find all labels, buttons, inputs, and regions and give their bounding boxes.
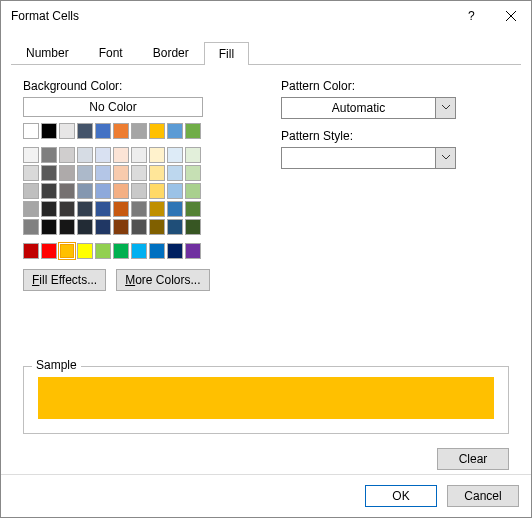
tabstrip: Number Font Border Fill [11,41,521,65]
color-swatch[interactable] [41,183,57,199]
color-swatch[interactable] [77,243,93,259]
tab-number[interactable]: Number [11,41,84,64]
color-swatch[interactable] [77,123,93,139]
color-swatch[interactable] [131,123,147,139]
color-swatch[interactable] [149,147,165,163]
color-swatch[interactable] [23,243,39,259]
color-swatch[interactable] [167,243,183,259]
color-swatch[interactable] [59,123,75,139]
color-swatch[interactable] [185,165,201,181]
format-cells-dialog: Format Cells ? Number Font Border Fill B… [0,0,532,518]
color-swatch[interactable] [149,243,165,259]
color-swatch[interactable] [113,201,129,217]
color-swatch[interactable] [23,123,39,139]
color-swatch[interactable] [113,243,129,259]
color-swatch[interactable] [185,219,201,235]
color-swatch[interactable] [95,183,111,199]
color-swatch[interactable] [59,201,75,217]
color-swatch[interactable] [95,219,111,235]
color-swatch[interactable] [95,201,111,217]
chevron-down-icon[interactable] [435,98,455,118]
background-color-panel: Background Color: No Color Fill Effects.… [23,79,247,291]
color-swatch[interactable] [95,243,111,259]
color-swatch[interactable] [167,165,183,181]
ok-button[interactable]: OK [365,485,437,507]
color-swatch[interactable] [23,147,39,163]
color-swatch[interactable] [167,201,183,217]
cancel-button[interactable]: Cancel [447,485,519,507]
sample-field: Sample [23,366,509,434]
color-swatch[interactable] [131,147,147,163]
more-colors-button[interactable]: More Colors... [116,269,209,291]
tab-font[interactable]: Font [84,41,138,64]
color-swatch[interactable] [113,147,129,163]
color-swatch[interactable] [131,219,147,235]
color-swatch[interactable] [149,201,165,217]
no-color-button[interactable]: No Color [23,97,203,117]
color-swatch[interactable] [149,183,165,199]
color-swatch[interactable] [77,219,93,235]
color-swatch[interactable] [41,243,57,259]
color-swatch[interactable] [59,183,75,199]
chevron-down-icon[interactable] [435,148,455,168]
color-swatch[interactable] [149,219,165,235]
sample-swatch [38,377,494,419]
sample-label: Sample [32,358,81,372]
help-button[interactable]: ? [451,1,491,31]
fill-effects-button[interactable]: Fill Effects... [23,269,106,291]
color-swatch[interactable] [185,243,201,259]
color-swatch[interactable] [23,183,39,199]
palette-standard [23,243,247,259]
background-color-label: Background Color: [23,79,247,93]
sample-area: Sample [23,360,509,434]
pattern-style-combo[interactable] [281,147,456,169]
color-swatch[interactable] [113,123,129,139]
color-swatch[interactable] [167,123,183,139]
color-swatch[interactable] [95,165,111,181]
color-swatch[interactable] [59,165,75,181]
tab-fill[interactable]: Fill [204,42,249,65]
color-swatch[interactable] [59,147,75,163]
color-swatch[interactable] [23,201,39,217]
pattern-style-value [282,148,435,168]
color-swatch[interactable] [77,183,93,199]
tab-border[interactable]: Border [138,41,204,64]
color-swatch[interactable] [41,219,57,235]
color-swatch[interactable] [185,201,201,217]
color-swatch[interactable] [167,183,183,199]
color-swatch[interactable] [131,165,147,181]
color-swatch[interactable] [77,201,93,217]
color-swatch[interactable] [23,165,39,181]
color-swatch[interactable] [113,219,129,235]
color-swatch[interactable] [95,123,111,139]
color-swatch[interactable] [113,183,129,199]
color-swatch[interactable] [185,147,201,163]
dialog-title: Format Cells [11,9,451,23]
color-swatch[interactable] [149,123,165,139]
color-swatch[interactable] [167,219,183,235]
close-button[interactable] [491,1,531,31]
color-swatch[interactable] [41,147,57,163]
color-swatch[interactable] [131,201,147,217]
color-swatch[interactable] [41,201,57,217]
color-swatch[interactable] [167,147,183,163]
pattern-color-label: Pattern Color: [281,79,509,93]
dialog-footer: OK Cancel [1,474,531,517]
color-swatch[interactable] [131,243,147,259]
color-swatch[interactable] [59,219,75,235]
color-swatch[interactable] [185,123,201,139]
color-swatch[interactable] [185,183,201,199]
color-swatch[interactable] [95,147,111,163]
clear-button[interactable]: Clear [437,448,509,470]
color-swatch[interactable] [59,243,75,259]
tab-content: Background Color: No Color Fill Effects.… [1,65,531,295]
color-swatch[interactable] [77,147,93,163]
color-swatch[interactable] [149,165,165,181]
pattern-color-combo[interactable]: Automatic [281,97,456,119]
color-swatch[interactable] [131,183,147,199]
color-swatch[interactable] [41,165,57,181]
color-swatch[interactable] [113,165,129,181]
color-swatch[interactable] [41,123,57,139]
color-swatch[interactable] [23,219,39,235]
color-swatch[interactable] [77,165,93,181]
